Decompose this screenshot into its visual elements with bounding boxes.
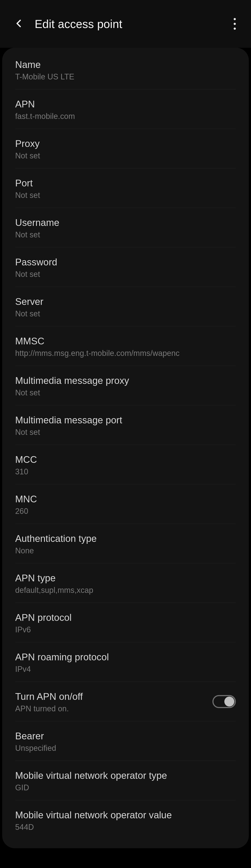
setting-value: GID (15, 783, 236, 792)
setting-label: Bearer (15, 730, 236, 742)
setting-value: 544D (15, 823, 236, 832)
toggle-knob-icon (224, 696, 234, 707)
setting-value: None (15, 546, 236, 555)
setting-label: MCC (15, 454, 236, 465)
setting-value: 310 (15, 467, 236, 476)
more-options-button[interactable] (231, 16, 238, 32)
setting-value: Unspecified (15, 744, 236, 753)
setting-value: Not set (15, 151, 236, 160)
setting-row[interactable]: APN protocolIPv6 (15, 603, 236, 642)
setting-label: Port (15, 177, 236, 189)
more-vertical-icon (234, 18, 236, 20)
setting-row[interactable]: Multimedia message portNot set (15, 405, 236, 445)
setting-label: Server (15, 296, 236, 308)
setting-label: Username (15, 217, 236, 228)
setting-value: Not set (15, 428, 236, 437)
setting-row[interactable]: NameT-Mobile US LTE (15, 50, 236, 89)
settings-card: NameT-Mobile US LTEAPNfast.t-mobile.comP… (2, 48, 249, 848)
setting-label: APN type (15, 572, 236, 584)
setting-row[interactable]: Mobile virtual network operator typeGID (15, 761, 236, 800)
setting-row[interactable]: MNC260 (15, 484, 236, 524)
setting-row[interactable]: Authentication typeNone (15, 524, 236, 563)
back-button[interactable] (14, 19, 24, 29)
setting-row[interactable]: UsernameNot set (15, 208, 236, 247)
setting-row[interactable]: Turn APN on/offAPN turned on. (15, 682, 236, 721)
setting-label: Mobile virtual network operator value (15, 809, 236, 821)
setting-value: Not set (15, 309, 236, 318)
setting-label: APN roaming protocol (15, 651, 236, 663)
setting-value: Not set (15, 388, 236, 397)
setting-value: Not set (15, 230, 236, 239)
page-title: Edit access point (35, 18, 122, 31)
setting-label: Name (15, 59, 236, 70)
setting-row[interactable]: MCC310 (15, 445, 236, 484)
header-bar: Edit access point (0, 0, 251, 48)
apn-toggle[interactable] (212, 695, 236, 708)
setting-value: default,supl,mms,xcap (15, 586, 236, 595)
setting-label: Multimedia message port (15, 414, 236, 426)
setting-label: MMSC (15, 335, 236, 347)
setting-label: Authentication type (15, 532, 236, 545)
more-vertical-icon (234, 23, 236, 25)
setting-value: IPv4 (15, 665, 236, 674)
setting-row[interactable]: APNfast.t-mobile.com (15, 89, 236, 129)
setting-row[interactable]: ProxyNot set (15, 129, 236, 168)
setting-label: Password (15, 256, 236, 268)
setting-row[interactable]: ServerNot set (15, 287, 236, 327)
setting-value: Not set (15, 270, 236, 279)
setting-label: Proxy (15, 137, 236, 150)
setting-label: MNC (15, 493, 236, 505)
setting-row[interactable]: PasswordNot set (15, 247, 236, 287)
setting-value: 260 (15, 507, 236, 516)
more-vertical-icon (234, 28, 236, 30)
setting-row[interactable]: BearerUnspecified (15, 721, 236, 761)
setting-value: fast.t-mobile.com (15, 112, 236, 121)
chevron-left-icon (14, 19, 24, 29)
setting-label: Mobile virtual network operator type (15, 770, 236, 781)
setting-row[interactable]: APN typedefault,supl,mms,xcap (15, 563, 236, 603)
setting-label: Turn APN on/off (15, 690, 236, 703)
setting-row[interactable]: Mobile virtual network operator value544… (15, 800, 236, 840)
setting-row[interactable]: APN roaming protocolIPv4 (15, 642, 236, 682)
setting-label: Multimedia message proxy (15, 375, 236, 386)
setting-value: T-Mobile US LTE (15, 72, 236, 82)
setting-row[interactable]: MMSChttp://mms.msg.eng.t-mobile.com/mms/… (15, 327, 236, 366)
setting-value: IPv6 (15, 625, 236, 634)
setting-row[interactable]: Multimedia message proxyNot set (15, 366, 236, 405)
setting-value: http://mms.msg.eng.t-mobile.com/mms/wape… (15, 349, 236, 358)
setting-value: Not set (15, 191, 236, 200)
setting-label: APN protocol (15, 612, 236, 623)
setting-row[interactable]: PortNot set (15, 168, 236, 208)
setting-value: APN turned on. (15, 704, 236, 713)
setting-label: APN (15, 98, 236, 110)
